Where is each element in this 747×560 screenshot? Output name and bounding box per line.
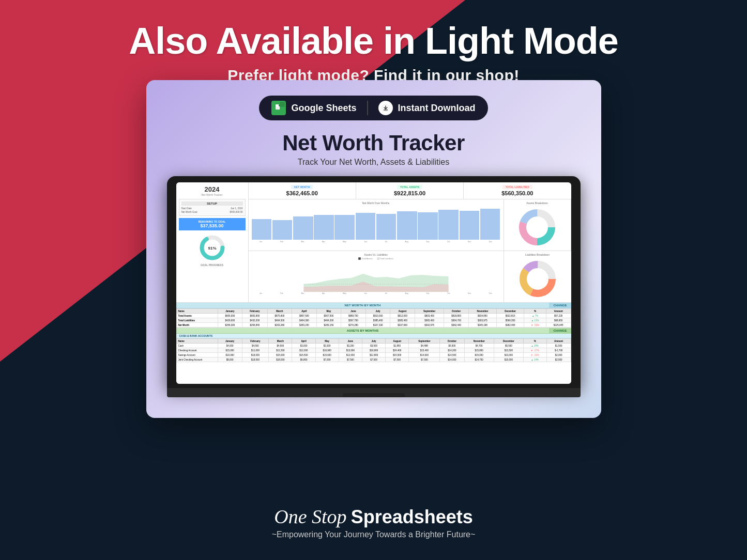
total-liabilities-label: TOTAL LIABILITIES: [502, 185, 532, 189]
avl-chart-title: Assets Vs. Liabilities: [251, 253, 501, 256]
bar-feb: [272, 220, 293, 240]
svg-rect-3: [276, 107, 279, 108]
brand-name: One Stop Spreadsheets: [272, 505, 476, 528]
table-row: Joint Checking Account $8,000 $19,500 $1…: [176, 357, 571, 362]
table-row: Cash $4,000 $4,500 $4,500 $3,000 $3,300 …: [176, 344, 571, 348]
svg-rect-2: [279, 104, 282, 106]
total-liabilities-value: $560,350.00: [466, 190, 568, 196]
svg-rect-4: [276, 108, 279, 109]
assets-breakdown-donut: [516, 207, 558, 248]
assets-table-header: ASSETS BY MONTHS: [176, 328, 550, 333]
setup-title: SETUP: [181, 201, 243, 206]
product-badge: Google Sheets Instant Download: [259, 96, 487, 120]
google-sheets-label: Google Sheets: [291, 103, 356, 114]
table-row: Checking Account $15,000 $11,000 $11,500…: [176, 348, 571, 353]
liabilities-breakdown-donut: [517, 258, 558, 300]
bar-oct: [438, 210, 459, 240]
product-subtitle: Track Your Net Worth, Assets & Liabiliti…: [167, 158, 581, 167]
table-row: Total Assets $665,000 $683,900 $875,600 …: [176, 314, 571, 318]
bar-may: [334, 215, 355, 240]
product-card: Google Sheets Instant Download Net Worth…: [146, 80, 601, 418]
spreadsheet-content: 2024 -Net Worth Tracker- SETUP Start Dat…: [176, 182, 571, 384]
laptop-screen: 2024 -Net Worth Tracker- SETUP Start Dat…: [176, 182, 571, 384]
assets-change-header: CHANGE: [549, 328, 571, 333]
table-row: Savings Account $10,000 $16,000 $15,000 …: [176, 353, 571, 357]
avl-chart: [251, 261, 501, 292]
laptop-mockup: 2024 -Net Worth Tracker- SETUP Start Dat…: [167, 176, 581, 397]
svg-rect-6: [384, 110, 388, 111]
start-date-value: Jan 1, 2024: [231, 207, 243, 210]
table-row: Total Liabilities $429,000 $432,200 $464…: [176, 318, 571, 323]
cash-bank-section-label: CASH & BANK ACCOUNTS: [176, 334, 571, 338]
goal-progress-donut: 91%: [198, 234, 226, 262]
assets-table: Name January February March April May Ju…: [176, 338, 571, 362]
net-worth-chart-title: Net Worth Over Months: [251, 201, 501, 205]
bar-mar: [293, 216, 313, 240]
assets-table-section: ASSETS BY MONTHS CHANGE CASH & BANK ACCO…: [176, 328, 571, 384]
bar-sep: [418, 212, 438, 240]
total-assets-value: $922,815.00: [359, 190, 461, 196]
bar-aug: [397, 211, 417, 240]
instant-download-label: Instant Download: [398, 103, 476, 114]
total-assets-label: TOTAL ASSETS: [397, 185, 422, 189]
remaining-amount: $37,535.00: [181, 223, 243, 228]
goal-progress-label: GOAL PROGRESS: [179, 263, 246, 267]
goal-label: Net Worth Goal: [181, 211, 197, 213]
google-sheets-badge: Google Sheets: [271, 101, 368, 115]
bar-jan: [252, 219, 272, 240]
brand-section: One Stop Spreadsheets ~Empowering Your J…: [272, 505, 476, 539]
brand-cursive: One Stop: [274, 505, 346, 528]
assets-breakdown-title: Assets Breakdown: [506, 201, 569, 205]
laptop-body: 2024 -Net Worth Tracker- SETUP Start Dat…: [167, 176, 581, 388]
card-background: Google Sheets Instant Download Net Worth…: [146, 80, 601, 418]
bar-jun: [356, 213, 376, 240]
bar-apr: [314, 215, 334, 240]
product-title: Net Worth Tracker: [167, 131, 581, 155]
bar-nov: [460, 211, 480, 240]
net-worth-table: Name January February March April May Ju…: [176, 308, 571, 328]
table-row: Net Worth $256,300 $256,840 $263,280 $28…: [176, 323, 571, 328]
google-sheets-icon: [271, 101, 286, 115]
liabilities-breakdown-title: Liabilities Breakdown: [506, 253, 569, 256]
year-display: 2024: [179, 185, 246, 193]
download-icon: [378, 101, 393, 115]
tracker-label: -Net Worth Tracker-: [179, 193, 246, 196]
page-title: Also Available in Light Mode: [0, 21, 747, 61]
start-date-label: Start Date: [181, 207, 192, 210]
bar-dec: [480, 209, 500, 240]
goal-value: $400,000.00: [230, 211, 242, 213]
brand-tagline: ~Empowering Your Journey Towards a Brigh…: [272, 530, 476, 539]
net-worth-value: $362,465.00: [251, 190, 353, 196]
net-worth-table-section: NET WORTH BY MONTH CHANGE Name January F…: [176, 303, 571, 328]
net-worth-table-header: NET WORTH BY MONTH: [176, 303, 550, 308]
laptop-base: [167, 388, 581, 397]
header: Also Available in Light Mode Prefer ligh…: [0, 0, 747, 84]
svg-text:91%: 91%: [208, 246, 216, 251]
instant-download-badge: Instant Download: [368, 101, 476, 115]
net-worth-label: NET WORTH: [291, 185, 313, 189]
bar-jul: [376, 214, 397, 240]
badge-row: Google Sheets Instant Download: [167, 96, 581, 120]
net-worth-change-header: CHANGE: [549, 303, 571, 308]
brand-regular: Spreadsheets: [351, 506, 473, 528]
